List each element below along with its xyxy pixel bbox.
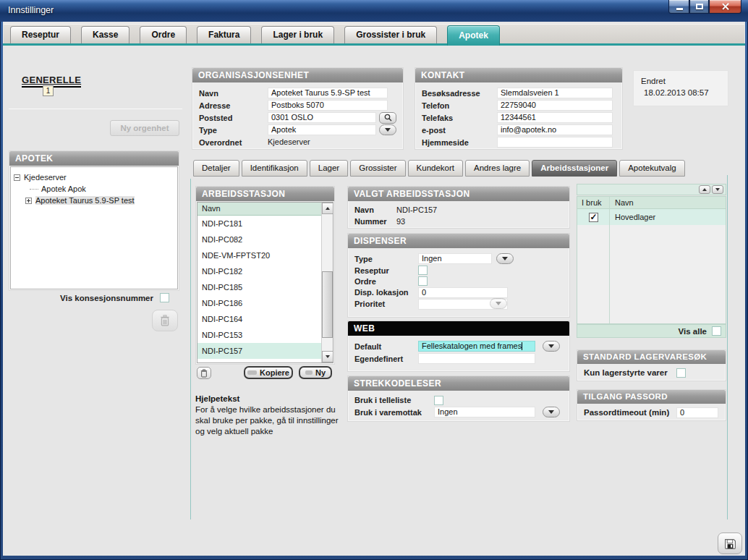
list-item[interactable]: NDI-PC185 bbox=[197, 279, 321, 295]
poststed-field[interactable]: 0301 OSLO bbox=[268, 112, 376, 123]
arbeidsstasjon-title: ARBEIDSSTASJON bbox=[196, 187, 334, 201]
delete-org-button[interactable] bbox=[152, 310, 178, 331]
close-button[interactable] bbox=[709, 0, 741, 14]
list-item[interactable]: NDI-PC186 bbox=[197, 295, 321, 311]
generelle-count-badge: 1 bbox=[43, 85, 54, 96]
dispenser-type-dropdown-button[interactable] bbox=[496, 253, 514, 264]
subtab-detaljer[interactable]: Detaljer bbox=[193, 160, 239, 177]
dispenser-lokasjon-label: Disp. lokasjon bbox=[354, 288, 418, 297]
list-item[interactable]: NDI-PC164 bbox=[197, 311, 321, 327]
tilgang-passord-panel: TILGANG PASSORD Passordtimeout (min) 0 bbox=[577, 389, 726, 421]
ny-button[interactable]: Ny bbox=[299, 366, 332, 379]
organisasjonsenhet-panel: ORGANISASJONSENHET Navn Apoteket Taurus … bbox=[192, 67, 404, 150]
dispenser-prioritet-label: Prioritet bbox=[354, 300, 418, 308]
list-item-selected[interactable]: NDI-PC157 bbox=[197, 343, 321, 359]
subtab-grossister[interactable]: Grossister bbox=[350, 160, 405, 177]
valgt-arbeidsstasjon-panel: VALGT ARBEIDSSTASJON Navn NDI-PC157 Numm… bbox=[347, 186, 570, 229]
strekkodeleser-title: STREKKODELESER bbox=[348, 376, 569, 391]
epost-field[interactable]: info@apotek.no bbox=[497, 124, 613, 135]
ny-orgenhet-button[interactable]: Ny orgenhet bbox=[110, 120, 179, 136]
vis-alle-checkbox[interactable] bbox=[712, 326, 721, 336]
varemottak-field[interactable]: Ingen bbox=[434, 407, 535, 417]
list-scrollbar[interactable] bbox=[321, 203, 333, 362]
besoksadresse-field[interactable]: Slemdalsveien 1 bbox=[497, 88, 613, 98]
valgt-nummer-label: Nummer bbox=[354, 217, 396, 226]
expand-plus-icon[interactable] bbox=[25, 198, 32, 204]
dispenser-type-field[interactable]: Ingen bbox=[418, 253, 492, 264]
save-button[interactable] bbox=[718, 533, 742, 554]
ibruk-checkbox[interactable] bbox=[589, 213, 598, 222]
apotek-panel-title: APOTEK bbox=[9, 151, 179, 166]
subtab-arbeidsstasjoner[interactable]: Arbeidsstasjoner bbox=[532, 160, 617, 177]
list-item[interactable]: NDE-VM-FPTST20 bbox=[197, 247, 321, 263]
tab-lager-i-bruk[interactable]: Lager i bruk bbox=[261, 26, 334, 43]
list-column-header[interactable]: Navn bbox=[197, 203, 321, 216]
tab-ordre[interactable]: Ordre bbox=[140, 26, 187, 43]
lagre-table: I bruk Navn Hovedlager bbox=[577, 196, 726, 324]
lager-navn-cell: Hovedlager bbox=[609, 213, 726, 221]
web-default-field[interactable]: Felleskatalogen med frames bbox=[418, 341, 535, 352]
delete-workstation-button[interactable] bbox=[197, 367, 211, 379]
vis-konsesjonsnummer-label: Vis konsesjonsnummer bbox=[60, 294, 153, 302]
list-item[interactable]: NDI-PC182 bbox=[197, 263, 321, 279]
scroll-up-button[interactable] bbox=[322, 203, 333, 214]
table-row[interactable]: Hovedlager bbox=[577, 209, 726, 225]
tab-apotek[interactable]: Apotek bbox=[447, 25, 500, 46]
lagre-toolbar bbox=[577, 184, 726, 195]
dispenser-reseptur-checkbox[interactable] bbox=[418, 266, 428, 275]
dispenser-ordre-checkbox[interactable] bbox=[418, 276, 428, 286]
tree-item-kjedeserver[interactable]: Kjedeserver bbox=[14, 171, 174, 183]
move-up-button[interactable] bbox=[699, 185, 710, 194]
hjemmeside-field[interactable] bbox=[497, 137, 613, 148]
scroll-down-button[interactable] bbox=[322, 351, 333, 362]
subtab-lager[interactable]: Lager bbox=[310, 160, 348, 177]
web-default-dropdown-button[interactable] bbox=[543, 341, 560, 352]
trash-icon bbox=[160, 315, 170, 326]
collapse-minus-icon[interactable] bbox=[14, 174, 20, 181]
type-dropdown-button[interactable] bbox=[379, 124, 396, 135]
left-divider bbox=[9, 109, 182, 109]
maximize-button[interactable] bbox=[689, 0, 709, 14]
tab-grossister-i-bruk[interactable]: Grossister i bruk bbox=[344, 26, 437, 43]
dispenser-lokasjon-field[interactable]: 0 bbox=[418, 287, 508, 298]
tree-item-apotek-apok[interactable]: Apotek Apok bbox=[14, 183, 174, 195]
list-item[interactable]: NDI-PC153 bbox=[197, 327, 321, 343]
varemottak-dropdown-button[interactable] bbox=[543, 407, 560, 417]
tree-item-apoteket-taurus[interactable]: Apoteket Taurus 5.9-SP test bbox=[14, 195, 174, 206]
scrollbar-thumb[interactable] bbox=[322, 271, 333, 338]
subtab-kundekort[interactable]: Kundekort bbox=[408, 160, 463, 177]
telefaks-field[interactable]: 12344561 bbox=[497, 112, 613, 123]
type-field[interactable]: Apotek bbox=[268, 124, 376, 135]
ibruk-column-header[interactable]: I bruk bbox=[577, 197, 609, 208]
subtab-identifikasjon[interactable]: Identifikasjon bbox=[242, 160, 307, 177]
column-separator bbox=[609, 197, 610, 323]
tab-reseptur[interactable]: Reseptur bbox=[10, 26, 71, 43]
chevron-down-icon bbox=[548, 410, 554, 414]
kopiere-button[interactable]: Kopiere bbox=[244, 366, 293, 379]
subtab-apotekutvalg[interactable]: Apotekutvalg bbox=[619, 160, 685, 177]
list-item[interactable]: NDI-PC082 bbox=[197, 232, 321, 247]
kun-lagerstyrte-checkbox[interactable] bbox=[676, 368, 686, 378]
tab-faktura[interactable]: Faktura bbox=[197, 26, 251, 43]
arbeidsstasjon-list: Navn NDI-PC181 NDI-PC082 NDE-VM-FPTST20 … bbox=[197, 202, 333, 363]
vis-konsesjonsnummer-checkbox[interactable] bbox=[160, 293, 169, 302]
web-egendefinert-field[interactable] bbox=[418, 353, 535, 364]
passordtimeout-field[interactable]: 0 bbox=[676, 407, 718, 418]
valgt-nummer-value: 93 bbox=[396, 216, 405, 227]
poststed-search-button[interactable] bbox=[379, 112, 396, 124]
telefon-field[interactable]: 22759040 bbox=[497, 100, 613, 111]
telleliste-checkbox[interactable] bbox=[434, 396, 443, 405]
web-egendefinert-label: Egendefinert bbox=[354, 355, 418, 363]
navn-field[interactable]: Apoteket Taurus 5.9-SP test bbox=[268, 88, 388, 98]
content-divider-right bbox=[727, 175, 728, 519]
list-item[interactable]: NDI-PC207 bbox=[197, 359, 321, 363]
minimize-button[interactable] bbox=[668, 0, 689, 14]
navn-column-header[interactable]: Navn bbox=[609, 197, 726, 208]
adresse-field[interactable]: Postboks 5070 bbox=[268, 100, 388, 111]
subtab-andres-lagre[interactable]: Andres lagre bbox=[465, 160, 530, 177]
move-down-button[interactable] bbox=[712, 185, 723, 194]
titlebar: Innstillinger bbox=[0, 0, 748, 22]
tab-kasse[interactable]: Kasse bbox=[81, 26, 129, 43]
button-icon bbox=[247, 370, 257, 375]
list-item[interactable]: NDI-PC181 bbox=[197, 216, 321, 232]
